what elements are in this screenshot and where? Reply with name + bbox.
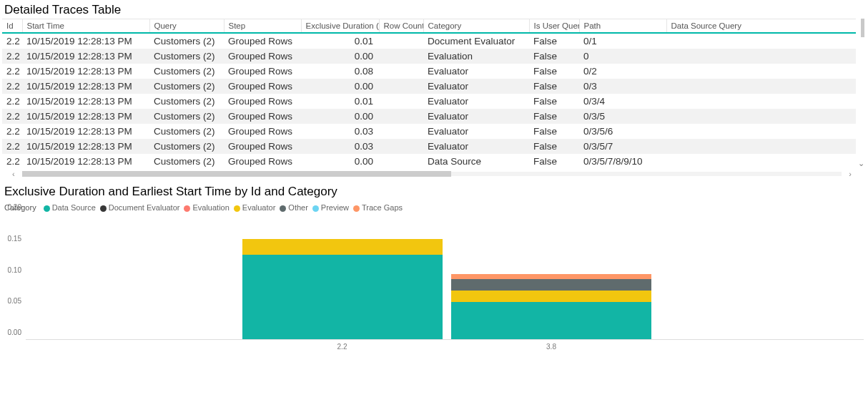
legend-text: Evaluation	[192, 203, 229, 212]
table-row[interactable]: 2.210/15/2019 12:28:13 PMCustomers (2)Gr…	[2, 79, 866, 94]
column-header[interactable]: Start Time	[22, 19, 149, 34]
cell-start: 10/15/2019 12:28:13 PM	[22, 64, 149, 79]
cell-dsq	[666, 94, 866, 109]
cell-rows	[379, 109, 423, 124]
bar-segment[interactable]	[451, 291, 651, 302]
table-row[interactable]: 2.210/15/2019 12:28:13 PMCustomers (2)Gr…	[2, 154, 866, 169]
table-row[interactable]: 2.210/15/2019 12:28:13 PMCustomers (2)Gr…	[2, 139, 866, 154]
column-header[interactable]: Step	[224, 19, 301, 34]
cell-dur: 0.08	[301, 64, 379, 79]
y-tick: 0.20	[8, 203, 21, 211]
cell-dur: 0.01	[301, 33, 379, 49]
column-header[interactable]: Row Count	[379, 19, 423, 34]
cell-rows	[379, 124, 423, 139]
cell-dsq	[666, 139, 866, 154]
column-header[interactable]: Category	[423, 19, 529, 34]
cell-dur: 0.03	[301, 124, 379, 139]
cell-step: Grouped Rows	[224, 49, 301, 64]
cell-user: False	[529, 79, 579, 94]
legend-text: Evaluator	[242, 203, 275, 212]
column-header[interactable]: Is User Query	[529, 19, 579, 34]
vertical-scrollbar[interactable]: ⌄	[856, 19, 866, 169]
legend-item[interactable]: Data Source	[44, 203, 96, 212]
cell-step: Grouped Rows	[224, 64, 301, 79]
table-row[interactable]: 2.210/15/2019 12:28:13 PMCustomers (2)Gr…	[2, 94, 866, 109]
cell-start: 10/15/2019 12:28:13 PM	[22, 154, 149, 169]
cell-query: Customers (2)	[149, 94, 224, 109]
legend-item[interactable]: Preview	[312, 203, 349, 212]
bar-2.2[interactable]	[242, 239, 443, 339]
cell-query: Customers (2)	[149, 33, 224, 49]
chart-plot[interactable]	[26, 215, 864, 340]
legend-swatch	[44, 205, 50, 212]
chevron-left-icon[interactable]: ‹	[12, 170, 15, 178]
cell-dsq	[666, 79, 866, 94]
cell-dur: 0.00	[301, 79, 379, 94]
cell-step: Grouped Rows	[224, 33, 301, 49]
table-row[interactable]: 2.210/15/2019 12:28:13 PMCustomers (2)Gr…	[2, 124, 866, 139]
cell-id: 2.2	[2, 64, 22, 79]
chart-legend: CategoryData SourceDocument EvaluatorEva…	[0, 199, 868, 213]
cell-cat: Document Evaluator	[423, 33, 529, 49]
legend-item[interactable]: Other	[280, 203, 308, 212]
cell-rows	[379, 154, 423, 169]
cell-id: 2.2	[2, 124, 22, 139]
cell-dur: 0.03	[301, 139, 379, 154]
bar-segment[interactable]	[451, 279, 651, 291]
cell-rows	[379, 94, 423, 109]
bar-segment[interactable]	[451, 302, 651, 340]
cell-user: False	[529, 94, 579, 109]
table-row[interactable]: 2.210/15/2019 12:28:13 PMCustomers (2)Gr…	[2, 33, 866, 49]
cell-step: Grouped Rows	[224, 94, 301, 109]
column-header[interactable]: Query	[149, 19, 224, 34]
column-header[interactable]: Id	[2, 19, 22, 34]
cell-step: Grouped Rows	[224, 154, 301, 169]
bar-segment[interactable]	[242, 255, 443, 339]
horizontal-scrollbar[interactable]: ‹ ›	[2, 169, 862, 179]
legend-text: Other	[288, 203, 308, 212]
cell-id: 2.2	[2, 109, 22, 124]
cell-rows	[379, 79, 423, 94]
cell-rows	[379, 139, 423, 154]
cell-cat: Evaluator	[423, 139, 529, 154]
bar-3.8[interactable]	[451, 274, 651, 339]
cell-start: 10/15/2019 12:28:13 PM	[22, 33, 149, 49]
cell-rows	[379, 49, 423, 64]
bar-segment[interactable]	[451, 274, 651, 279]
cell-user: False	[529, 49, 579, 64]
chevron-down-icon[interactable]: ⌄	[857, 159, 865, 167]
column-header[interactable]: Data Source Query	[666, 19, 866, 34]
legend-item[interactable]: Evaluator	[234, 203, 275, 212]
scrollbar-thumb[interactable]	[22, 171, 451, 177]
cell-id: 2.2	[2, 139, 22, 154]
legend-swatch	[234, 205, 240, 212]
legend-item[interactable]: Trace Gaps	[353, 203, 403, 212]
table-row[interactable]: 2.210/15/2019 12:28:13 PMCustomers (2)Gr…	[2, 64, 866, 79]
cell-user: False	[529, 33, 579, 49]
scrollbar-thumb[interactable]	[861, 19, 864, 37]
cell-query: Customers (2)	[149, 124, 224, 139]
legend-text: Trace Gaps	[362, 203, 403, 212]
column-header[interactable]: Exclusive Duration (%)	[301, 19, 379, 34]
traces-table[interactable]: IdStart TimeQueryStepExclusive Duration …	[2, 19, 866, 169]
cell-cat: Data Source	[423, 154, 529, 169]
legend-item[interactable]: Evaluation	[184, 203, 229, 212]
cell-query: Customers (2)	[149, 49, 224, 64]
bar-segment[interactable]	[242, 239, 443, 255]
table-row[interactable]: 2.210/15/2019 12:28:13 PMCustomers (2)Gr…	[2, 49, 866, 64]
cell-dur: 0.00	[301, 109, 379, 124]
cell-path: 0/3/4	[579, 94, 666, 109]
cell-user: False	[529, 139, 579, 154]
cell-path: 0/3/5	[579, 109, 666, 124]
cell-step: Grouped Rows	[224, 79, 301, 94]
cell-id: 2.2	[2, 154, 22, 169]
cell-cat: Evaluation	[423, 49, 529, 64]
y-tick: 0.15	[8, 234, 21, 242]
column-header[interactable]: Path	[579, 19, 666, 34]
cell-user: False	[529, 109, 579, 124]
table-row[interactable]: 2.210/15/2019 12:28:13 PMCustomers (2)Gr…	[2, 109, 866, 124]
chevron-right-icon[interactable]: ›	[849, 170, 852, 178]
legend-swatch	[100, 205, 107, 212]
traces-table-wrap: IdStart TimeQueryStepExclusive Duration …	[2, 19, 866, 169]
legend-item[interactable]: Document Evaluator	[100, 203, 180, 212]
